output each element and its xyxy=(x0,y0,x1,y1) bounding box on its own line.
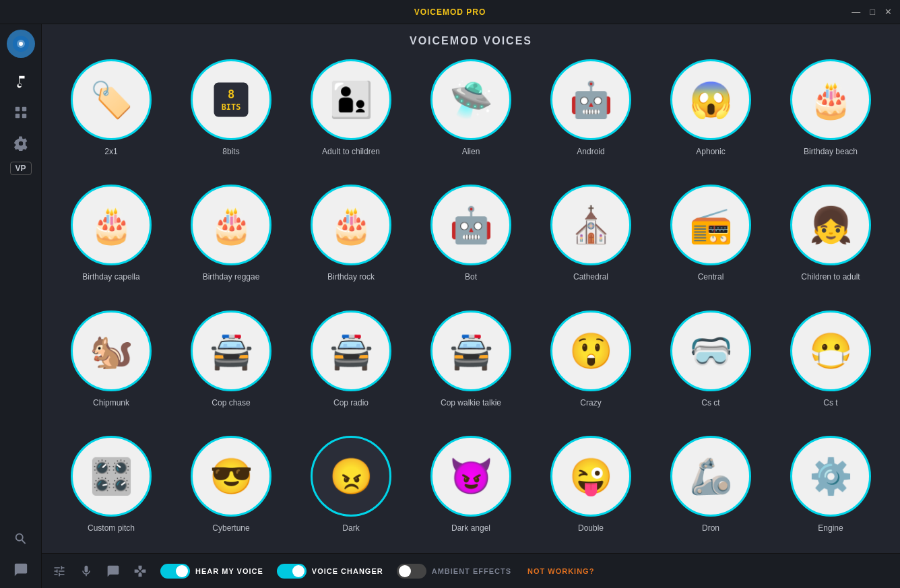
ambient-effects-group: AMBIENT EFFECTS xyxy=(397,564,511,579)
bottom-bar: HEAR MY VOICE VOICE CHANGER AMBIENT EFFE… xyxy=(42,553,900,588)
voice-changer-label: VOICE CHANGER xyxy=(312,567,383,575)
voice-item[interactable]: 🚔Cop chase xyxy=(172,305,290,428)
voice-name: Birthday beach xyxy=(804,147,858,156)
voice-item[interactable]: 👧Children to adult xyxy=(772,179,889,302)
voice-name: Custom pitch xyxy=(88,523,135,533)
sidebar-logo[interactable] xyxy=(7,30,35,58)
sidebar-item-music[interactable] xyxy=(8,69,34,94)
voice-item[interactable]: 😠Dark xyxy=(292,430,410,553)
voice-item[interactable]: 😲Crazy xyxy=(532,305,649,428)
voice-name: Birthday reggae xyxy=(203,272,260,282)
main-layout: VP VOICEMOD VOICES 🏷️2x18BITS8bits👨‍👦Adu… xyxy=(0,24,900,588)
voice-name: Android xyxy=(577,147,604,156)
sidebar: VP xyxy=(0,24,42,588)
sidebar-item-soundboard[interactable] xyxy=(8,100,34,125)
voice-item[interactable]: 🚔Cop radio xyxy=(292,305,410,428)
voice-name: Double xyxy=(578,523,604,533)
voice-item[interactable]: 🏷️2x1 xyxy=(53,54,170,176)
voice-item[interactable]: 🐿️Chipmunk xyxy=(53,305,170,428)
voice-name: Cs ct xyxy=(701,398,719,407)
app-title: VOICEMOD PRO xyxy=(414,7,486,17)
mixer-icon[interactable] xyxy=(53,564,66,578)
voice-item[interactable]: 🎂Birthday capella xyxy=(53,179,170,302)
voice-item[interactable]: 🎂Birthday beach xyxy=(772,54,889,176)
toggle-knob xyxy=(176,565,188,577)
voice-changer-toggle[interactable] xyxy=(277,564,307,579)
voice-item[interactable]: 🦾Dron xyxy=(652,430,769,553)
voice-item[interactable]: 🤖Android xyxy=(532,54,649,176)
gamepad-icon[interactable] xyxy=(133,564,147,578)
voice-item[interactable]: 😈Dark angel xyxy=(412,430,529,553)
voice-name: Adult to children xyxy=(322,147,380,156)
hear-my-voice-toggle[interactable] xyxy=(160,564,190,579)
chat-icon[interactable] xyxy=(106,564,120,578)
voice-item[interactable]: 👨‍👦Adult to children xyxy=(292,54,410,176)
voice-item[interactable]: 😎Cybertune xyxy=(172,430,290,553)
content-area: VOICEMOD VOICES 🏷️2x18BITS8bits👨‍👦Adult … xyxy=(42,24,900,588)
voice-item[interactable]: 🎂Birthday rock xyxy=(292,179,410,302)
svg-rect-4 xyxy=(22,107,26,111)
voice-name: Birthday capella xyxy=(82,272,139,282)
voice-name: Cop radio xyxy=(333,398,368,407)
voice-item[interactable]: 🚔Cop walkie talkie xyxy=(412,305,529,428)
voice-name: Engine xyxy=(818,523,843,533)
voice-name: Alien xyxy=(462,147,480,156)
voice-name: Dark angel xyxy=(451,523,490,533)
minimize-button[interactable]: — xyxy=(851,7,860,17)
hear-my-voice-group: HEAR MY VOICE xyxy=(160,564,263,579)
voice-item[interactable]: 😱Aphonic xyxy=(652,54,769,176)
maximize-button[interactable]: □ xyxy=(870,7,875,17)
hear-my-voice-label: HEAR MY VOICE xyxy=(195,567,263,575)
voice-name: Cop walkie talkie xyxy=(441,398,501,407)
voice-name: Dron xyxy=(702,523,719,533)
voice-name: Cop chase xyxy=(212,398,250,407)
voice-name: Cs t xyxy=(823,398,837,407)
sidebar-item-settings[interactable] xyxy=(8,131,34,156)
voice-item[interactable]: ⛪Cathedral xyxy=(532,179,649,302)
voice-item[interactable]: 🥽Cs ct xyxy=(652,305,769,428)
voice-name: Aphonic xyxy=(696,147,725,156)
voice-name: Crazy xyxy=(580,398,601,407)
toggle-knob-2 xyxy=(292,565,304,577)
voice-item[interactable]: 🎛️Custom pitch xyxy=(53,430,170,553)
voice-name: Bot xyxy=(465,272,477,282)
voice-name: 2x1 xyxy=(104,147,117,156)
window-controls[interactable]: — □ ✕ xyxy=(851,7,892,17)
voice-name: Dark xyxy=(342,523,359,533)
voice-item[interactable]: 🛸Alien xyxy=(412,54,529,176)
page-title: VOICEMOD VOICES xyxy=(42,24,900,54)
ambient-effects-toggle[interactable] xyxy=(397,564,426,579)
sidebar-item-chat[interactable] xyxy=(8,557,34,583)
toggle-knob-3 xyxy=(399,565,411,577)
svg-text:BITS: BITS xyxy=(222,102,241,112)
not-working-button[interactable]: NOT WORKING? xyxy=(527,567,594,575)
mic-icon[interactable] xyxy=(79,564,93,578)
voice-name: Chipmunk xyxy=(93,398,129,407)
voice-item[interactable]: 🤖Bot xyxy=(412,179,529,302)
svg-point-2 xyxy=(19,42,23,46)
voice-item[interactable]: 😷Cs t xyxy=(772,305,889,428)
voice-name: 8bits xyxy=(222,147,239,156)
close-button[interactable]: ✕ xyxy=(885,7,892,17)
voice-item[interactable]: 🎂Birthday reggae xyxy=(172,179,290,302)
voice-name: Cybertune xyxy=(212,523,249,533)
sidebar-item-vp[interactable]: VP xyxy=(10,162,32,175)
voice-item[interactable]: 😜Double xyxy=(532,430,649,553)
voice-item[interactable]: 8BITS8bits xyxy=(172,54,290,176)
ambient-effects-label: AMBIENT EFFECTS xyxy=(432,567,511,575)
svg-rect-3 xyxy=(15,107,19,111)
voice-item[interactable]: ⚙️Engine xyxy=(772,430,889,553)
voice-grid: 🏷️2x18BITS8bits👨‍👦Adult to children🛸Alie… xyxy=(42,54,900,553)
svg-rect-6 xyxy=(22,114,26,118)
voice-changer-group: VOICE CHANGER xyxy=(277,564,383,579)
svg-rect-5 xyxy=(15,114,19,118)
sidebar-item-search[interactable] xyxy=(8,526,34,552)
sidebar-bottom xyxy=(8,526,34,583)
voice-item[interactable]: 📻Central xyxy=(652,179,769,302)
voice-name: Central xyxy=(698,272,724,282)
title-bar: VOICEMOD PRO — □ ✕ xyxy=(0,0,900,24)
voice-name: Cathedral xyxy=(573,272,608,282)
voice-name: Children to adult xyxy=(801,272,860,282)
svg-text:8: 8 xyxy=(228,88,234,101)
voice-name: Birthday rock xyxy=(327,272,375,282)
